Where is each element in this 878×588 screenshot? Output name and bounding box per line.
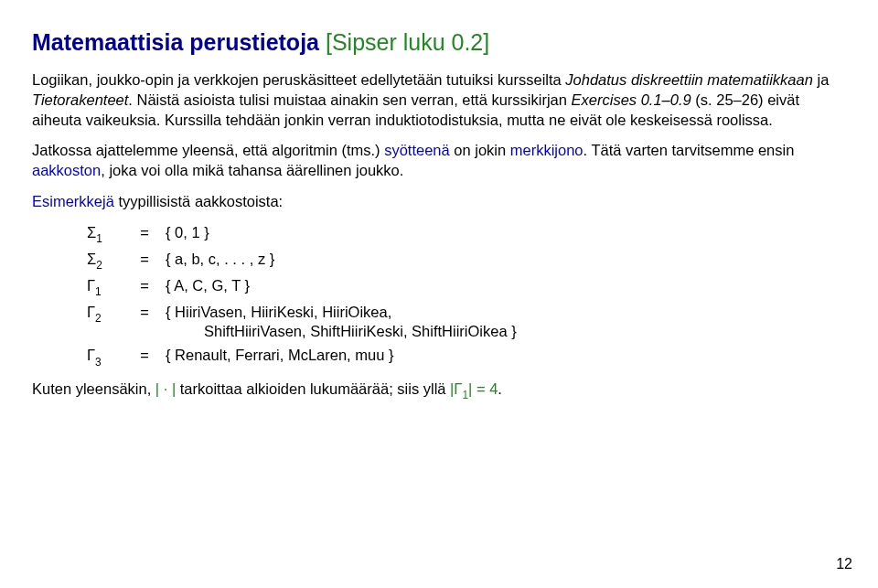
course-name: Johdatus diskreettiin matematiikkaan <box>565 71 813 88</box>
symbol-sigma1: Σ1 <box>87 223 123 246</box>
text: . Tätä varten tarvitsemme ensin <box>584 142 795 158</box>
sym: Γ <box>87 277 95 294</box>
set-gamma1: { A, C, G, T } <box>166 276 846 296</box>
text: . <box>498 380 502 397</box>
symbol-gamma1: Γ1 <box>87 276 123 299</box>
equals: = <box>131 223 158 243</box>
page-title: Matemaattisia perustietoja [Sipser luku … <box>32 27 846 58</box>
paragraph-1: Logiikan, joukko-opin ja verkkojen perus… <box>32 70 846 130</box>
sym: Σ <box>87 251 96 267</box>
text: on jokin <box>450 142 510 158</box>
sub: 1 <box>95 285 102 298</box>
sym: Γ <box>87 304 95 320</box>
symbol-gamma3: Γ3 <box>87 346 123 369</box>
equals: = <box>131 346 158 366</box>
text: , joka voi olla mikä tahansa äärellinen … <box>101 162 403 178</box>
sym: Γ <box>87 347 95 363</box>
equals: = <box>131 303 158 323</box>
set-line2: ShiftHiiriVasen, ShiftHiiriKeski, ShiftH… <box>166 322 846 342</box>
footer-sentence: Kuten yleensäkin, | · | tarkoittaa alkio… <box>32 380 846 402</box>
keyword-input: syötteenä <box>384 142 450 158</box>
set-gamma3: { Renault, Ferrari, McLaren, muu } <box>166 346 846 366</box>
text: Kuten yleensäkin, <box>32 380 155 397</box>
alphabet-examples: Σ1 = { 0, 1 } Σ2 = { a, b, c, . . . , z … <box>87 223 846 369</box>
paragraph-2: Jatkossa ajattelemme yleensä, että algor… <box>32 141 846 181</box>
text: Jatkossa ajattelemme yleensä, että algor… <box>32 142 384 158</box>
examples-heading: Esimerkkejä tyypillisistä aakkostoista: <box>32 192 846 212</box>
equals: = <box>131 250 158 270</box>
cardinality-notation: | · | <box>155 380 176 397</box>
sub: 3 <box>95 356 102 369</box>
exercises-ref: Exercises 0.1–0.9 <box>572 91 691 108</box>
text: . Näistä asioista tulisi muistaa ainakin… <box>128 91 571 108</box>
title-main: Matemaattisia perustietoja <box>32 29 319 55</box>
text: tarkoittaa alkioiden lukumäärää; siis yl… <box>176 380 450 397</box>
sub: 2 <box>95 312 102 325</box>
cardinality-expr-sub: 1 <box>462 389 468 401</box>
sym: Σ <box>87 224 96 241</box>
set-gamma2: { HiiriVasen, HiiriKeski, HiiriOikea, Sh… <box>166 303 846 343</box>
sub: 1 <box>96 232 102 245</box>
text: ja <box>813 71 829 88</box>
title-reference: [Sipser luku 0.2] <box>326 29 489 55</box>
examples-label: Esimerkkejä <box>32 193 114 209</box>
set-line1: { HiiriVasen, HiiriKeski, HiiriOikea, <box>166 304 391 320</box>
set-sigma1: { 0, 1 } <box>166 223 846 243</box>
text: tyypillisistä aakkostoista: <box>114 193 283 209</box>
symbol-gamma2: Γ2 <box>87 303 123 326</box>
cardinality-expr-close: | = 4 <box>468 380 498 397</box>
course-name: Tietorakenteet <box>32 91 128 108</box>
equals: = <box>131 276 158 296</box>
symbol-sigma2: Σ2 <box>87 250 123 273</box>
cardinality-expr-open: |Γ <box>450 380 462 397</box>
keyword-alphabet: aakkoston <box>32 162 101 178</box>
page-number: 12 <box>836 554 852 573</box>
sub: 2 <box>96 259 102 272</box>
keyword-string: merkkijono <box>510 142 584 158</box>
set-sigma2: { a, b, c, . . . , z } <box>166 250 846 270</box>
text: Logiikan, joukko-opin ja verkkojen perus… <box>32 71 565 88</box>
